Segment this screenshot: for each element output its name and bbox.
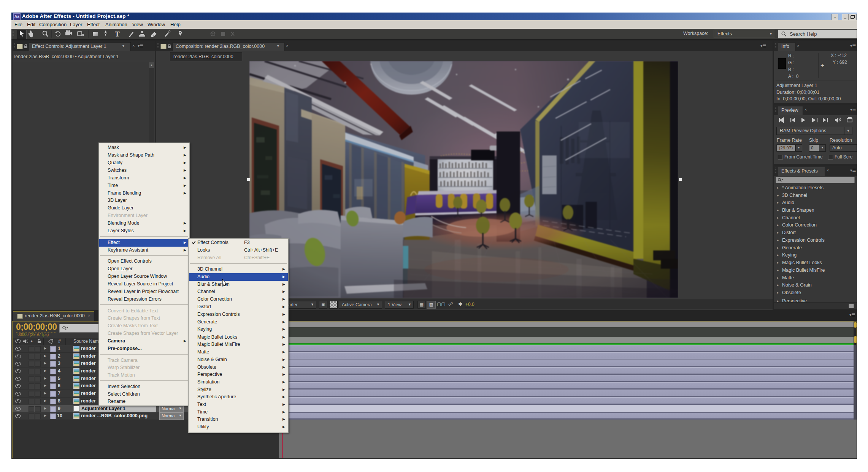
svg-text:T: T	[115, 30, 120, 38]
